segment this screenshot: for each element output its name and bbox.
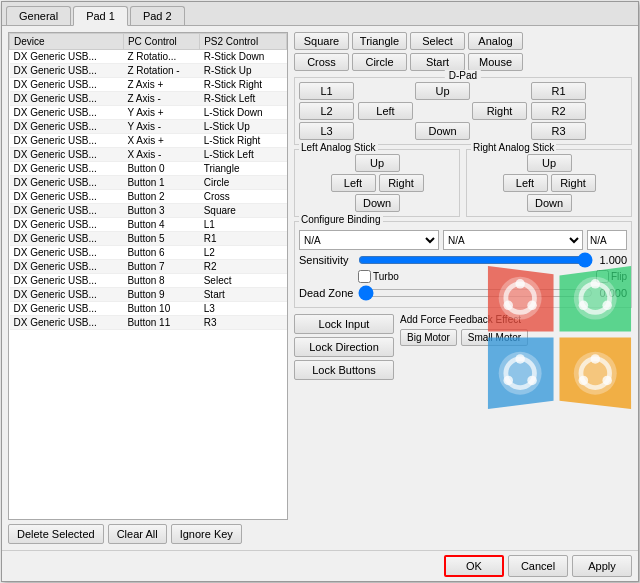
deadzone-label: Dead Zone [299,287,354,299]
table-row[interactable]: DX Generic USB...Y Axis +L-Stick Down [10,106,287,120]
svg-point-8 [602,301,612,311]
ignore-key-button[interactable]: Ignore Key [171,524,242,544]
svg-point-13 [527,376,537,386]
config-select1[interactable]: N/A [299,230,439,250]
l3-button[interactable]: L3 [299,122,354,140]
select-button[interactable]: Select [410,32,465,50]
circle-button[interactable]: Circle [352,53,407,71]
left-analog-right[interactable]: Right [379,174,424,192]
configure-label: Configure Binding [299,214,383,225]
triangle-button[interactable]: Triangle [352,32,407,50]
l1-button[interactable]: L1 [299,82,354,100]
col-device: Device [10,34,124,50]
ps2-buttons: Square Triangle Select Analog Cross Circ… [294,32,632,71]
dpad-left-button[interactable]: Left [358,102,413,120]
right-analog-right[interactable]: Right [551,174,596,192]
svg-point-2 [515,279,525,289]
square-button[interactable]: Square [294,32,349,50]
right-analog-section: Right Analog Stick Up Left Right Down [466,149,632,217]
svg-point-17 [591,354,601,364]
table-row[interactable]: DX Generic USB...Button 1Circle [10,176,287,190]
dpad-right-button[interactable]: Right [472,102,527,120]
table-row[interactable]: DX Generic USB...Button 3Square [10,204,287,218]
table-row[interactable]: DX Generic USB...Button 6L2 [10,246,287,260]
ok-button[interactable]: OK [444,555,504,577]
dpad-section: D-Pad L1 L2 L3 Up Left Right [294,77,632,145]
r2-button[interactable]: R2 [531,102,586,120]
table-row[interactable]: DX Generic USB...Button 4L1 [10,218,287,232]
analog-button[interactable]: Analog [468,32,523,50]
tab-pad2[interactable]: Pad 2 [130,6,185,25]
device-table-container[interactable]: Device PC Control PS2 Control DX Generic… [8,32,288,520]
analog-section: Left Analog Stick Up Left Right Down Rig… [294,149,632,217]
dpad-label: D-Pad [445,70,481,81]
table-row[interactable]: DX Generic USB...Button 10L3 [10,302,287,316]
delete-selected-button[interactable]: Delete Selected [8,524,104,544]
left-analog-left[interactable]: Left [331,174,376,192]
right-analog-left[interactable]: Left [503,174,548,192]
table-row[interactable]: DX Generic USB...Z Rotatio...R-Stick Dow… [10,50,287,64]
table-row[interactable]: DX Generic USB...Button 11R3 [10,316,287,330]
table-row[interactable]: DX Generic USB...Button 5R1 [10,232,287,246]
left-analog-label: Left Analog Stick [299,142,378,153]
bottom-buttons: Delete Selected Clear All Ignore Key [8,524,288,544]
svg-point-7 [591,279,601,289]
col-ps2: PS2 Control [200,34,287,50]
right-panel: Square Triangle Select Analog Cross Circ… [294,32,632,544]
main-window: General Pad 1 Pad 2 Device PC Control PS… [1,1,639,582]
svg-point-3 [527,301,537,311]
config-input-val[interactable] [587,230,627,250]
dpad-down-button[interactable]: Down [415,122,470,140]
right-analog-down[interactable]: Down [527,194,572,212]
lock-buttons-button[interactable]: Lock Buttons [294,360,394,380]
tab-pad1[interactable]: Pad 1 [73,6,128,26]
left-analog-section: Left Analog Stick Up Left Right Down [294,149,460,217]
table-row[interactable]: DX Generic USB...X Axis -L-Stick Left [10,148,287,162]
table-row[interactable]: DX Generic USB...Y Axis -L-Stick Up [10,120,287,134]
tab-general[interactable]: General [6,6,71,25]
svg-point-14 [503,376,513,386]
table-row[interactable]: DX Generic USB...Z Rotation -R-Stick Up [10,64,287,78]
table-row[interactable]: DX Generic USB...Button 8Select [10,274,287,288]
right-analog-label: Right Analog Stick [471,142,556,153]
cancel-button[interactable]: Cancel [508,555,568,577]
l2-button[interactable]: L2 [299,102,354,120]
r1-button[interactable]: R1 [531,82,586,100]
dialog-buttons: OK Cancel Apply [2,550,638,581]
windows-logo [482,260,637,415]
table-row[interactable]: DX Generic USB...Button 2Cross [10,190,287,204]
svg-point-4 [503,301,513,311]
clear-all-button[interactable]: Clear All [108,524,167,544]
config-select2[interactable]: N/A [443,230,583,250]
dpad-up-button[interactable]: Up [415,82,470,100]
right-analog-up[interactable]: Up [527,154,572,172]
col-pc: PC Control [123,34,199,50]
left-analog-down[interactable]: Down [355,194,400,212]
turbo-checkbox-label[interactable]: Turbo [358,270,399,283]
big-motor-button[interactable]: Big Motor [400,329,457,346]
table-row[interactable]: DX Generic USB...Button 7R2 [10,260,287,274]
cross-button[interactable]: Cross [294,53,349,71]
mouse-button[interactable]: Mouse [468,53,523,71]
svg-point-18 [602,376,612,386]
table-row[interactable]: DX Generic USB...Z Axis +R-Stick Right [10,78,287,92]
table-row[interactable]: DX Generic USB...Z Axis -R-Stick Left [10,92,287,106]
left-panel: Device PC Control PS2 Control DX Generic… [8,32,288,544]
start-button[interactable]: Start [410,53,465,71]
apply-button[interactable]: Apply [572,555,632,577]
svg-point-12 [515,354,525,364]
svg-point-9 [579,301,589,311]
device-table: Device PC Control PS2 Control DX Generic… [9,33,287,330]
svg-point-19 [579,376,589,386]
lock-direction-button[interactable]: Lock Direction [294,337,394,357]
table-row[interactable]: DX Generic USB...Button 9Start [10,288,287,302]
lock-input-button[interactable]: Lock Input [294,314,394,334]
tabs-bar: General Pad 1 Pad 2 [2,2,638,26]
sensitivity-label: Sensitivity [299,254,354,266]
table-row[interactable]: DX Generic USB...Button 0Triangle [10,162,287,176]
table-row[interactable]: DX Generic USB...X Axis +L-Stick Right [10,134,287,148]
r3-button[interactable]: R3 [531,122,586,140]
left-analog-up[interactable]: Up [355,154,400,172]
turbo-checkbox[interactable] [358,270,371,283]
